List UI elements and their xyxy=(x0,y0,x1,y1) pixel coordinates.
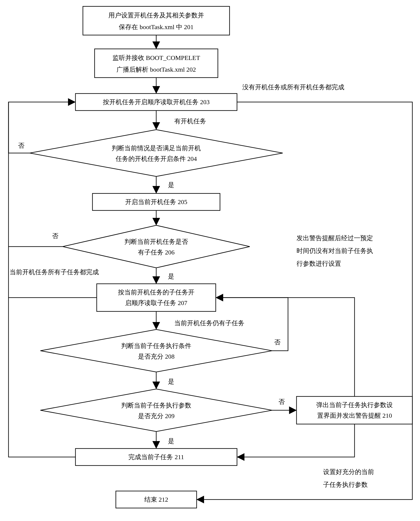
label-206-yes: 是 xyxy=(168,273,174,280)
svg-marker-3 xyxy=(30,130,283,176)
node-210-text: 弹出当前子任务执行参数设 xyxy=(316,401,393,408)
node-208-text: 判断当前子任务执行条件 xyxy=(121,342,191,349)
flowchart: 用户设置开机任务及其相关参数并 保存在 bootTask.xml 中 201 监… xyxy=(0,0,420,521)
node-202: 监听并接收 BOOT_COMPELET 广播后解析 bootTask.xml 2… xyxy=(95,49,218,78)
node-204-text2: 任务的开机任务开启条件 204 xyxy=(115,155,197,162)
node-212: 结束 212 xyxy=(116,491,197,508)
label-warn-3: 行参数进行设置 xyxy=(297,260,341,267)
node-206: 判断当前开机任务是否 有子任务 206 xyxy=(63,225,250,268)
svg-rect-6 xyxy=(97,284,216,311)
label-has-task: 有开机任务 xyxy=(174,118,206,125)
label-set-params-1: 设置好充分的当前 xyxy=(323,468,374,475)
label-all-subtasks-done: 当前开机任务所有子任务都完成 xyxy=(10,268,99,275)
node-206-text: 判断当前开机任务是否 xyxy=(124,238,188,245)
edge-211-left xyxy=(8,298,75,457)
label-209-no: 否 xyxy=(278,398,285,405)
label-warn-1: 发出警告提醒后经过一预定 xyxy=(297,234,373,242)
svg-rect-9 xyxy=(297,396,412,424)
node-205: 开启当前开机任务 205 xyxy=(92,193,220,211)
node-209-text: 判断当前子任务执行参数 xyxy=(121,402,191,409)
node-210-text2: 置界面并发出警告提醒 210 xyxy=(317,412,392,419)
node-203: 按开机任务开启顺序读取开机任务 203 xyxy=(75,94,237,111)
node-205-text: 开启当前开机任务 205 xyxy=(125,198,188,205)
node-202-text: 监听并接收 BOOT_COMPELET xyxy=(112,54,200,61)
node-208-text2: 是否充分 208 xyxy=(138,353,175,360)
node-211: 完成当前子任务 211 xyxy=(75,448,237,466)
node-206-text2: 有子任务 206 xyxy=(138,249,175,256)
svg-marker-5 xyxy=(63,225,250,268)
node-201: 用户设置开机任务及其相关参数并 保存在 bootTask.xml 中 201 xyxy=(83,6,230,35)
node-207: 按当前开机任务的子任务开 启顺序读取子任务 207 xyxy=(97,284,216,311)
node-207-text2: 启顺序读取子任务 207 xyxy=(125,299,188,306)
label-still-has-subtask: 当前开机任务仍有子任务 xyxy=(174,319,244,326)
node-204: 判断当前情况是否满足当前开机 任务的开机任务开启条件 204 xyxy=(30,130,283,176)
label-209-yes: 是 xyxy=(168,438,174,445)
label-set-params-2: 子任务执行参数 xyxy=(323,481,368,488)
node-207-text: 按当前开机任务的子任务开 xyxy=(118,289,195,296)
node-208: 判断当前子任务执行条件 是否充分 208 xyxy=(40,330,272,372)
label-208-yes: 是 xyxy=(168,378,174,385)
label-no-task: 没有开机任务或所有开机任务都完成 xyxy=(242,83,344,91)
label-warn-2: 时间仍没有对当前子任务执 xyxy=(297,247,373,254)
node-201-text2: 保存在 bootTask.xml 中 201 xyxy=(119,23,193,30)
node-209: 判断当前子任务执行参数 是否充分 209 xyxy=(40,389,272,431)
edge-206-no xyxy=(8,102,63,247)
node-201-text: 用户设置开机任务及其相关参数并 xyxy=(108,12,204,19)
svg-rect-0 xyxy=(83,6,230,35)
label-204-no: 否 xyxy=(18,142,24,149)
edge-210-211 xyxy=(238,424,354,457)
node-211-text: 完成当前子任务 211 xyxy=(128,453,184,461)
node-209-text2: 是否充分 209 xyxy=(138,412,175,419)
label-208-no: 否 xyxy=(274,339,281,346)
svg-marker-7 xyxy=(40,330,272,372)
label-204-yes: 是 xyxy=(168,181,174,188)
node-212-text: 结束 212 xyxy=(144,496,168,503)
node-204-text: 判断当前情况是否满足当前开机 xyxy=(112,144,201,151)
node-210: 弹出当前子任务执行参数设 置界面并发出警告提醒 210 xyxy=(297,396,412,424)
node-202-text2: 广播后解析 bootTask.xml 202 xyxy=(116,66,196,73)
svg-marker-8 xyxy=(40,389,272,431)
node-203-text: 按开机任务开启顺序读取开机任务 203 xyxy=(103,98,210,106)
svg-rect-1 xyxy=(95,49,218,78)
label-206-no: 否 xyxy=(52,232,59,239)
